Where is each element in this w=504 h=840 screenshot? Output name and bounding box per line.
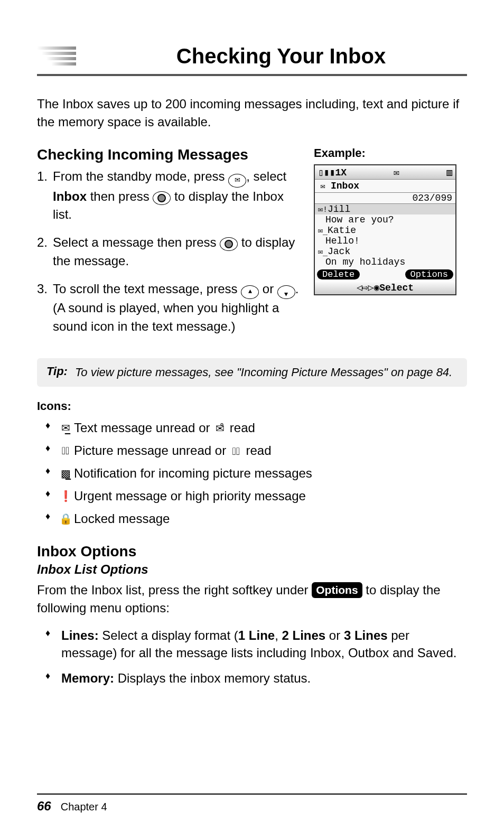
- read-icon: ✉̲: [318, 247, 328, 257]
- message-row-katie: ✉̲Katie: [315, 225, 455, 236]
- message-preview-jill: How are you?: [315, 214, 455, 225]
- softkey-bar: Delete Options: [315, 267, 455, 281]
- icon-item-urgent: ❗ Urgent message or high priority messag…: [42, 486, 467, 507]
- phone-nav-hints: ◁⇨▷◉Select: [315, 281, 455, 294]
- step-1-inbox-bold: Inbox: [53, 189, 87, 203]
- message-row-jill: ✉!Jill: [315, 204, 455, 214]
- battery-icon: ▥: [446, 166, 452, 178]
- options-paragraph: From the Inbox list, press the right sof…: [37, 581, 467, 617]
- urgent-icon: ❗: [58, 487, 73, 505]
- tip-box: Tip: To view picture messages, see "Inco…: [37, 358, 467, 387]
- section-options-heading: Inbox Options: [37, 543, 467, 560]
- message-counter: 023/099: [315, 193, 455, 204]
- text-read-icon: ✉̊: [213, 419, 226, 437]
- message-preview-katie: Hello!: [315, 236, 455, 246]
- tip-label: Tip:: [46, 365, 68, 381]
- icon-item-locked: 🔒 Locked message: [42, 508, 467, 530]
- up-key-icon: [241, 285, 259, 299]
- phone-mockup: ▯▮▮1X ✉ ▥ ✉ Inbox 023/099 ✉!Jill How are…: [314, 164, 456, 295]
- example-label: Example:: [314, 146, 467, 160]
- icon-item-text: ✉̲ Text message unread or ✉̊ read: [42, 417, 467, 439]
- options-pill: Options: [312, 582, 362, 598]
- step-3: To scroll the text message, press or . (…: [53, 280, 300, 336]
- icon-desc: Text message unread or: [74, 421, 213, 435]
- notification-icon: ▩̲: [58, 464, 73, 482]
- icon-item-picture: ✉⃞ Picture message unread or ✉⃝ read: [42, 440, 467, 462]
- option-lines: Lines: Select a display format (1 Line, …: [42, 627, 467, 662]
- page-title: Checking Your Inbox: [95, 44, 467, 68]
- option-text: Displays the inbox memory status.: [114, 671, 311, 685]
- sender-name: Katie: [328, 225, 356, 236]
- option-label: Memory:: [61, 671, 114, 685]
- picture-read-icon: ✉⃝: [230, 442, 242, 460]
- sender-name: Jack: [328, 246, 350, 257]
- down-key-icon: [277, 285, 295, 299]
- message-preview-jack: On my holidays: [315, 257, 455, 267]
- step-1: From the standby mode, press , select In…: [53, 167, 300, 224]
- icon-desc: read: [226, 421, 255, 435]
- softkey-delete: Delete: [317, 269, 360, 279]
- signal-icon: ▯▮▮1X: [318, 166, 347, 178]
- intro-paragraph: The Inbox saves up to 200 incoming messa…: [37, 95, 467, 130]
- step-3-text-b: or: [259, 282, 277, 296]
- phone-status-bar: ▯▮▮1X ✉ ▥: [315, 165, 455, 180]
- step-2: Select a message then press to display t…: [53, 234, 300, 270]
- center-key-icon: [153, 191, 171, 205]
- step-1-text-d: then press: [87, 189, 153, 203]
- icon-desc: Locked message: [74, 511, 170, 526]
- option-text: ,: [275, 628, 282, 642]
- section-checking-heading: Checking Incoming Messages: [37, 146, 300, 163]
- unread-urgent-icon: ✉!: [318, 204, 328, 214]
- step-2-text-a: Select a message then press: [53, 235, 220, 249]
- picture-unread-icon: ✉⃞: [58, 442, 73, 460]
- sender-name: Jill: [328, 204, 350, 214]
- center-key-icon: [220, 237, 238, 251]
- option-text: Select a display format (: [99, 628, 238, 642]
- inbox-icon: ✉: [318, 181, 328, 191]
- option-text: or: [325, 628, 344, 642]
- message-key-icon: [228, 174, 246, 188]
- lock-icon: 🔒: [58, 510, 73, 528]
- icon-desc: Urgent message or high priority message: [74, 489, 306, 503]
- option-bold: 1 Line: [238, 628, 275, 642]
- icon-desc: Notification for incoming picture messag…: [74, 466, 312, 480]
- icon-desc: Picture message unread or: [74, 443, 230, 458]
- text-unread-icon: ✉̲: [58, 419, 73, 437]
- para-text-a: From the Inbox list, press the right sof…: [37, 583, 312, 597]
- step-1-text-b: , select: [246, 169, 286, 183]
- step-1-text-a: From the standby mode, press: [53, 169, 228, 183]
- softkey-options: Options: [405, 269, 453, 279]
- page-number: 66: [37, 799, 51, 814]
- icon-item-notification: ▩̲ Notification for incoming picture mes…: [42, 463, 467, 484]
- icon-desc: read: [242, 443, 272, 458]
- option-bold: 3 Lines: [344, 628, 388, 642]
- option-label: Lines:: [61, 628, 99, 642]
- tip-text: To view picture messages, see "Incoming …: [75, 365, 458, 381]
- chapter-label: Chapter 4: [61, 801, 107, 813]
- subsection-list-options: Inbox List Options: [37, 562, 467, 577]
- phone-title: Inbox: [331, 181, 359, 191]
- message-row-jack: ✉̲Jack: [315, 246, 455, 257]
- option-bold: 2 Lines: [282, 628, 326, 642]
- header-lines-icon: [37, 42, 79, 70]
- step-3-text-a: To scroll the text message, press: [53, 282, 241, 296]
- header-rule: [37, 74, 467, 76]
- option-memory: Memory: Displays the inbox memory status…: [42, 669, 467, 687]
- phone-title-bar: ✉ Inbox: [315, 180, 455, 193]
- read-icon: ✉̲: [318, 226, 328, 236]
- page-footer: 66 Chapter 4: [37, 794, 467, 814]
- message-indicator-icon: ✉: [394, 166, 399, 178]
- icons-heading: Icons:: [37, 399, 467, 413]
